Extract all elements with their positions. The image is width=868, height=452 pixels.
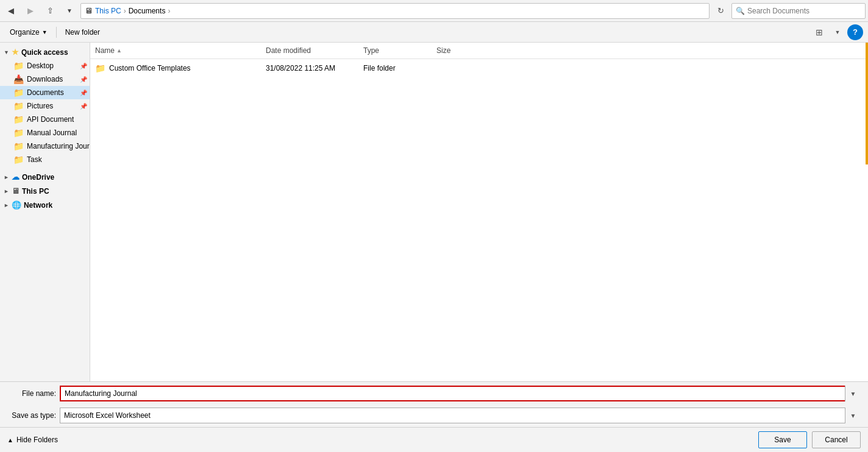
network-header[interactable]: ► 🌐 Network [0,198,90,212]
breadcrumb-separator-2: › [168,7,170,15]
up-button[interactable]: ⇧ [41,2,59,19]
hide-folders-button[interactable]: ▲ Hide Folders [7,436,58,444]
sidebar-api-document-label: API Document [27,115,74,124]
col-name-label: Name [95,46,115,55]
column-header-size[interactable]: Size [432,43,493,58]
new-folder-button[interactable]: New folder [60,24,105,40]
scroll-accent [866,43,868,164]
sidebar-manual-journal-label: Manual Journal [27,129,77,137]
pictures-folder-icon: 📁 [13,101,24,111]
action-buttons: Save Cancel [758,431,861,448]
view-options-button[interactable]: ⊞ [811,24,828,40]
breadcrumb-documents[interactable]: Documents [129,7,166,15]
toolbar-right: ⊞ ▼ ? [811,24,863,40]
sidebar-pictures-label: Pictures [27,102,53,110]
pictures-pin-icon: 📌 [80,103,87,110]
quick-access-chevron: ▼ [4,49,9,55]
bottom-section: File name: ▼ Save as type: ▼ ▲ Hide Fold… [0,381,868,452]
this-pc-header[interactable]: ► 🖥 This PC [0,184,90,198]
filename-row: File name: ▼ [0,382,868,405]
column-header-date[interactable]: Date modified [261,43,358,58]
filename-dropdown-button[interactable]: ▼ [845,386,861,401]
onedrive-label: OneDrive [22,173,54,182]
pc-icon: 🖥 [85,6,93,15]
back-button[interactable]: ◀ [2,2,20,19]
onedrive-icon: ☁ [12,172,20,182]
organize-label: Organize [10,28,40,37]
documents-pin-icon: 📌 [80,90,87,96]
file-date: 31/08/2022 11:25 AM [266,64,335,72]
save-button[interactable]: Save [758,431,807,448]
search-box: 🔍 [731,3,866,19]
sidebar: ▼ ★ Quick access 📁 Desktop 📌 📥 Downloads… [0,43,90,381]
this-pc-chevron: ► [4,188,9,194]
sidebar-desktop-label: Desktop [27,62,54,70]
search-input[interactable] [747,7,861,15]
main-content: ▼ ★ Quick access 📁 Desktop 📌 📥 Downloads… [0,43,868,381]
sidebar-item-task[interactable]: 📁 Task [0,153,90,166]
save-label: Save [774,436,791,444]
help-button[interactable]: ? [847,24,863,40]
save-as-type-input[interactable] [60,408,861,423]
onedrive-header[interactable]: ► ☁ OneDrive [0,170,90,184]
save-as-type-label: Save as type: [7,411,56,420]
col-name-sort-arrow: ▲ [116,48,122,54]
manufacturing-journal-icon: 📁 [13,141,24,151]
forward-button[interactable]: ▶ [22,2,39,19]
view-dropdown-button[interactable]: ▼ [829,24,846,40]
hide-folders-chevron: ▲ [7,437,13,443]
search-icon: 🔍 [736,7,745,15]
quick-access-header[interactable]: ▼ ★ Quick access [0,45,90,59]
task-icon: 📁 [13,155,24,164]
network-chevron: ► [4,202,9,208]
filename-input[interactable] [60,386,861,401]
sidebar-item-downloads[interactable]: 📥 Downloads 📌 [0,72,90,86]
col-date-label: Date modified [266,46,311,55]
sidebar-item-manufacturing-journal[interactable]: 📁 Manufacturing Journ [0,139,90,153]
sidebar-documents-label: Documents [27,88,64,97]
file-name-cell: 📁 Custom Office Templates [90,62,261,74]
sidebar-task-label: Task [27,155,42,164]
breadcrumb-this-pc[interactable]: This PC [95,7,121,15]
breadcrumb-separator-1: › [124,7,126,15]
documents-folder-icon: 📁 [13,88,24,97]
col-type-label: Type [363,46,379,55]
file-folder-icon: 📁 [95,63,105,73]
cancel-label: Cancel [825,436,847,444]
organize-dropdown-icon: ▼ [42,29,48,35]
this-pc-icon: 🖥 [12,186,20,196]
view-icon: ⊞ [816,27,823,37]
save-as-type-dropdown-button[interactable]: ▼ [845,408,861,423]
save-as-type-wrapper: ▼ [60,408,861,423]
file-name: Custom Office Templates [109,64,191,72]
sidebar-item-manual-journal[interactable]: 📁 Manual Journal [0,126,90,139]
col-size-label: Size [436,46,450,55]
downloads-pin-icon: 📌 [80,76,87,83]
table-row[interactable]: 📁 Custom Office Templates 31/08/2022 11:… [90,60,868,76]
downloads-folder-icon: 📥 [13,74,24,84]
manual-journal-icon: 📁 [13,128,24,138]
organize-button[interactable]: Organize ▼ [5,24,52,40]
quick-access-star-icon: ★ [12,48,19,57]
column-header-name[interactable]: Name ▲ [90,43,261,58]
recent-locations-button[interactable]: ▼ [61,2,78,19]
quick-access-label: Quick access [21,48,68,57]
desktop-pin-icon: 📌 [80,63,87,69]
sidebar-item-desktop[interactable]: 📁 Desktop 📌 [0,59,90,72]
help-label: ? [853,27,858,37]
cancel-button[interactable]: Cancel [812,431,861,448]
file-type-cell: File folder [358,63,432,74]
file-size-cell [432,67,493,69]
column-header-type[interactable]: Type [358,43,432,58]
sidebar-manufacturing-journal-label: Manufacturing Journ [27,142,90,150]
refresh-button[interactable]: ↻ [712,2,729,19]
sidebar-item-api-document[interactable]: 📁 API Document [0,113,90,126]
network-icon: 🌐 [12,200,21,210]
this-pc-label: This PC [22,187,49,196]
file-date-cell: 31/08/2022 11:25 AM [261,63,358,74]
filename-label: File name: [7,389,56,398]
address-bar: ◀ ▶ ⇧ ▼ 🖥 This PC › Documents › ↻ 🔍 [0,0,868,22]
breadcrumb: 🖥 This PC › Documents › [80,3,710,19]
sidebar-item-pictures[interactable]: 📁 Pictures 📌 [0,99,90,113]
sidebar-item-documents[interactable]: 📁 Documents 📌 [0,86,90,99]
